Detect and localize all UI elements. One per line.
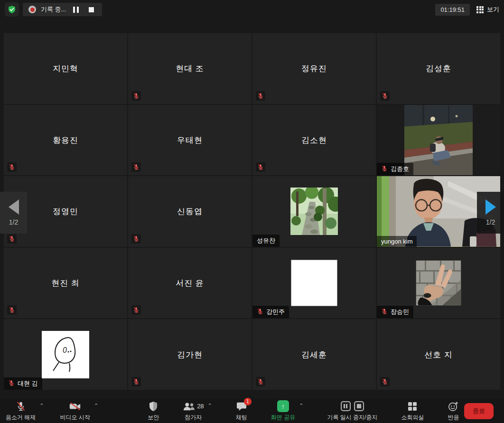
participant-name: 우태현 xyxy=(177,134,203,145)
end-meeting-button[interactable]: 종료 xyxy=(464,403,494,419)
view-button-label: 보기 xyxy=(487,5,499,14)
participant-tile[interactable]: 지민혁 xyxy=(4,33,127,104)
participants-count: 28 xyxy=(197,403,204,410)
participants-icon xyxy=(183,402,195,411)
participant-tile[interactable]: 김소현 xyxy=(252,105,376,176)
reactions-label: 반응 xyxy=(448,414,459,422)
participant-tile[interactable]: 김세훈 xyxy=(252,319,376,390)
view-button[interactable]: 보기 xyxy=(476,5,499,14)
share-screen-button[interactable]: ↑ 화면 공유 xyxy=(269,400,297,423)
participant-name-tag: yungon kim xyxy=(377,236,417,247)
chat-badge: 1 xyxy=(244,398,252,405)
participant-name: 김가현 xyxy=(177,349,203,360)
start-video-label: 비디오 시작 xyxy=(60,414,90,422)
mic-muted-icon xyxy=(256,91,265,101)
participant-tile[interactable]: 황용진 xyxy=(4,105,127,176)
participant-tile[interactable]: 서진 윤 xyxy=(128,248,252,319)
video-options-chevron[interactable]: ⌃ xyxy=(92,402,100,410)
participants-label: 참가자 xyxy=(185,414,202,422)
mic-muted-icon xyxy=(8,380,15,388)
participant-name: 현진 최 xyxy=(51,278,80,289)
participant-name: 성유찬 xyxy=(257,236,275,245)
breakout-rooms-button[interactable]: 소회의실 xyxy=(399,400,426,423)
pause-recording-icon[interactable] xyxy=(341,401,351,411)
pause-stop-recording-button[interactable]: 기록 일시 중지/중지 xyxy=(325,400,379,423)
participant-tile[interactable]: 0 대현 김 xyxy=(4,319,127,390)
mic-muted-icon xyxy=(256,377,265,386)
participant-tile[interactable]: 김가현 xyxy=(128,319,252,390)
chat-label: 채팅 xyxy=(236,414,247,422)
mic-muted-icon xyxy=(131,305,141,315)
next-page-button[interactable]: 1/2 xyxy=(477,192,504,234)
participant-name: 신동엽 xyxy=(177,206,203,217)
mic-muted-icon xyxy=(16,401,26,412)
stop-recording-icon[interactable] xyxy=(354,401,364,411)
camera-off-icon xyxy=(69,401,81,412)
participant-name: 대현 김 xyxy=(18,379,38,388)
participant-name: 선호 지 xyxy=(424,349,453,360)
page-indicator: 1/2 xyxy=(486,218,495,226)
participant-tile[interactable]: 선호 지 xyxy=(377,319,500,390)
participant-name-tag: 강민주 xyxy=(252,306,289,318)
participant-name: 현대 조 xyxy=(176,63,204,74)
participant-tile[interactable]: 현진 최 xyxy=(4,248,127,319)
participant-tile[interactable]: 성유찬 xyxy=(252,176,376,247)
pause-recording-button[interactable] xyxy=(71,4,81,15)
chat-button[interactable]: 1 채팅 xyxy=(234,400,249,423)
meeting-toolbar: 음소거 해제 ⌃ 비디오 시작 ⌃ 보안 xyxy=(0,399,504,423)
share-options-chevron[interactable]: ⌃ xyxy=(297,402,305,410)
participant-tile[interactable]: 김성훈 xyxy=(377,33,500,104)
participant-tile[interactable]: 신동엽 xyxy=(128,176,252,247)
participant-name-tag: 김종호 xyxy=(377,163,413,175)
mic-muted-icon xyxy=(131,162,141,172)
participant-name: 김소현 xyxy=(301,134,327,145)
stop-icon xyxy=(89,7,94,12)
participant-name: 정유진 xyxy=(301,63,327,74)
participant-avatar-drawing-face: 0 xyxy=(42,331,89,378)
reactions-smiley-icon xyxy=(448,401,458,412)
stop-recording-button[interactable] xyxy=(86,4,96,15)
share-screen-label: 화면 공유 xyxy=(271,414,295,422)
security-shield-badge[interactable] xyxy=(5,2,19,17)
participant-name: 장승민 xyxy=(391,308,409,316)
participant-avatar-white-square xyxy=(291,260,337,306)
mic-muted-icon xyxy=(381,308,388,316)
mic-muted-icon xyxy=(380,91,390,101)
participant-tile[interactable]: 정유진 xyxy=(252,33,376,104)
start-video-button[interactable]: 비디오 시작 xyxy=(58,400,92,423)
previous-page-button[interactable]: 1/2 xyxy=(0,192,27,234)
participant-name-tag: 대현 김 xyxy=(4,377,42,390)
security-label: 보안 xyxy=(148,414,159,422)
mic-muted-icon xyxy=(7,162,17,172)
meeting-timer: 01:19:51 xyxy=(435,4,470,16)
participants-button[interactable]: 28 참가자 xyxy=(181,400,205,423)
participant-tile[interactable]: 우태현 xyxy=(128,105,252,176)
gallery-view-icon xyxy=(476,6,484,13)
shield-icon xyxy=(149,401,158,412)
participant-tile[interactable]: 장승민 xyxy=(377,248,500,319)
pause-icon xyxy=(73,7,79,13)
page-indicator: 1/2 xyxy=(9,218,18,226)
audio-options-chevron[interactable]: ⌃ xyxy=(37,402,46,410)
recording-control-label: 기록 일시 중지/중지 xyxy=(327,414,377,422)
participant-avatar-hand-peace xyxy=(416,261,461,306)
participant-name: 지민혁 xyxy=(53,63,78,74)
unmute-label: 음소거 해제 xyxy=(6,414,36,422)
security-button[interactable]: 보안 xyxy=(146,400,161,423)
mic-muted-icon xyxy=(380,377,390,386)
participant-avatar-forest-path xyxy=(290,188,338,235)
participant-name: 서진 윤 xyxy=(176,278,204,289)
participant-tile[interactable]: 김종호 xyxy=(377,105,500,176)
arrow-right-icon xyxy=(485,199,496,215)
mic-muted-icon xyxy=(256,162,265,172)
unmute-button[interactable]: 음소거 해제 xyxy=(4,400,37,423)
participants-options-chevron[interactable]: ⌃ xyxy=(206,402,214,410)
mic-muted-icon xyxy=(131,234,141,244)
mic-muted-icon xyxy=(7,305,17,315)
reactions-button[interactable]: 반응 xyxy=(446,400,461,423)
participant-name: yungon kim xyxy=(381,238,412,245)
recording-indicator: 기록 중... xyxy=(23,3,102,16)
participant-tile[interactable]: 강민주 xyxy=(252,248,376,319)
recording-dot-icon xyxy=(28,6,36,13)
participant-tile[interactable]: 현대 조 xyxy=(128,33,252,104)
